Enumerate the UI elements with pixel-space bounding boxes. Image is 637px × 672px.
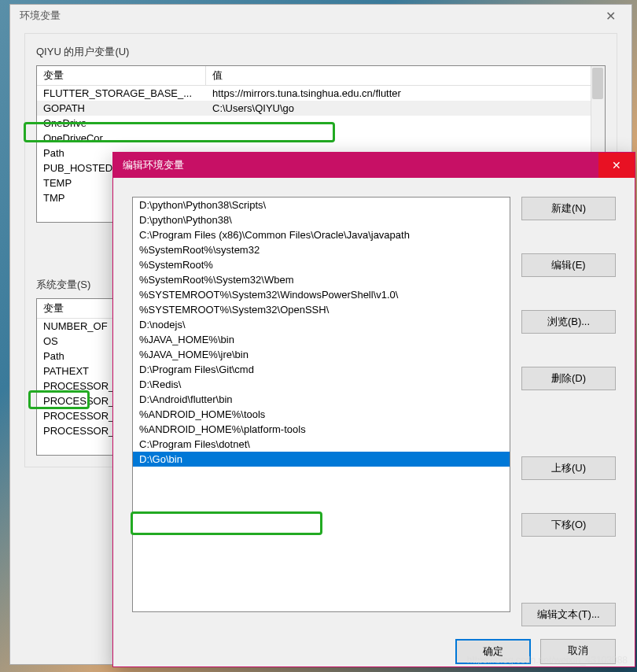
edit-button[interactable]: 编辑(E) [521,253,616,277]
var-name: OneDriveCor [37,131,206,146]
list-item[interactable]: %JAVA_HOME%\jre\bin [133,347,510,362]
list-item[interactable]: %SYSTEMROOT%\System32\WindowsPowerShell\… [133,287,510,302]
col-header-val: 值 [206,66,605,85]
edit-env-var-dialog: 编辑环境变量 ✕ D:\python\Python38\Scripts\D:\p… [112,152,635,667]
var-value: https://mirrors.tuna.tsinghua.edu.cn/flu… [206,86,605,101]
var-name: FLUTTER_STORAGE_BASE_... [37,86,206,101]
list-item[interactable]: %SystemRoot%\system32 [133,242,510,257]
path-list[interactable]: D:\python\Python38\Scripts\D:\python\Pyt… [132,197,510,612]
list-item[interactable]: %JAVA_HOME%\bin [133,332,510,347]
table-row[interactable]: OneDriveCor [37,131,605,146]
list-item[interactable]: D:\Program Files\Git\cmd [133,362,510,377]
table-row[interactable]: FLUTTER_STORAGE_BASE_...https://mirrors.… [37,86,605,101]
new-button[interactable]: 新建(N) [521,197,616,220]
list-item[interactable]: D:\python\Python38\ [133,212,510,227]
list-item[interactable]: %SYSTEMROOT%\System32\OpenSSH\ [133,302,510,317]
scroll-thumb[interactable] [592,68,603,99]
watermark: https://blog.csdn.net/weixin_43103088 [467,655,628,666]
movedown-button[interactable]: 下移(O) [521,513,616,537]
list-item[interactable]: C:\Program Files (x86)\Common Files\Orac… [133,227,510,242]
var-name: OneDrive [37,116,206,131]
list-item[interactable]: C:\Program Files\dotnet\ [133,437,510,452]
dialog1-title-text: 环境变量 [20,9,61,23]
dialog1-titlebar: 环境变量 ✕ [10,5,631,27]
list-item[interactable]: D:\Go\bin [133,452,510,467]
list-item[interactable]: %SystemRoot%\System32\Wbem [133,272,510,287]
close-icon[interactable]: ✕ [599,9,622,24]
browse-button[interactable]: 浏览(B)... [521,310,616,334]
list-item[interactable]: D:\Android\flutter\bin [133,392,510,407]
user-vars-label: QIYU 的用户变量(U) [36,45,606,59]
moveup-button[interactable]: 上移(U) [521,456,616,480]
list-item[interactable]: %SystemRoot% [133,257,510,272]
table-row[interactable]: OneDrive [37,116,605,131]
list-item[interactable]: D:\Redis\ [133,377,510,392]
button-column: 新建(N) 编辑(E) 浏览(B)... 删除(D) 上移(U) 下移(O) 编… [521,197,616,626]
list-item[interactable]: %ANDROID_HOME%\tools [133,407,510,422]
var-value: C:\Users\QIYU\go [206,101,605,116]
list-item[interactable]: D:\python\Python38\Scripts\ [133,198,510,212]
dialog2-titlebar: 编辑环境变量 ✕ [113,153,635,178]
col-header-var: 变量 [37,66,206,85]
delete-button[interactable]: 删除(D) [521,367,616,390]
list-item[interactable]: %ANDROID_HOME%\platform-tools [133,422,510,437]
var-value [206,116,605,131]
table-row[interactable]: GOPATHC:\Users\QIYU\go [37,101,605,116]
var-value [206,131,605,146]
close-icon[interactable]: ✕ [598,153,635,178]
var-name: GOPATH [37,101,206,116]
list-item[interactable]: D:\nodejs\ [133,317,510,332]
dialog2-body: D:\python\Python38\Scripts\D:\python\Pyt… [113,178,635,639]
dialog2-title-text: 编辑环境变量 [123,158,184,172]
edittext-button[interactable]: 编辑文本(T)... [521,603,616,626]
user-vars-header: 变量 值 [37,66,605,86]
